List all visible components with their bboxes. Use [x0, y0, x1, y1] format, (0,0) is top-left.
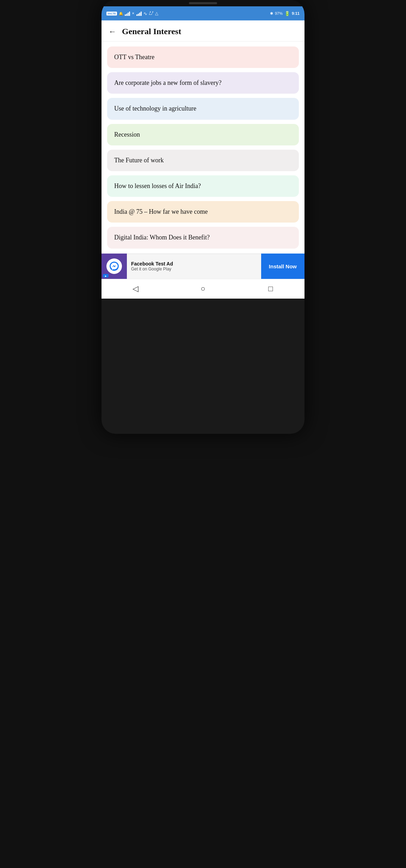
- status-left: VoLTE 🔔 ✕ ∿ ⌰ △: [106, 11, 270, 16]
- notification-icon: 🔔: [119, 12, 123, 15]
- ad-subtitle: Get it on Google Play: [131, 267, 257, 271]
- topic-card[interactable]: The Future of work: [107, 150, 299, 171]
- battery-icon: 🔋: [284, 11, 290, 16]
- topic-card[interactable]: Digital India: Whom Does it Benefit?: [107, 227, 299, 248]
- bottom-nav: ◁ ○ □: [102, 279, 304, 299]
- alert-icon: △: [155, 11, 158, 16]
- status-right: ✱ 97% 🔋 9:11: [270, 11, 300, 16]
- topic-card[interactable]: OTT vs Theatre: [107, 46, 299, 68]
- back-button[interactable]: ←: [109, 27, 116, 36]
- ad-title: Facebook Test Ad: [131, 261, 257, 267]
- topic-list: OTT vs TheatreAre corporate jobs a new f…: [102, 42, 304, 254]
- battery-percent: 97%: [275, 11, 283, 15]
- messenger-icon: [109, 261, 119, 271]
- ad-app-icon: [106, 258, 122, 274]
- page-title: General Interest: [122, 27, 181, 36]
- ad-icon-area: [102, 254, 127, 279]
- ad-text: Facebook Test Ad Get it on Google Play: [127, 261, 261, 271]
- ad-banner: Facebook Test Ad Get it on Google Play I…: [102, 254, 304, 279]
- notch-pill: [189, 2, 217, 4]
- nav-recent-button[interactable]: □: [260, 282, 281, 296]
- notch-bar: [102, 0, 304, 6]
- nav-home-button[interactable]: ○: [192, 282, 214, 296]
- app-header: ← General Interest: [102, 20, 304, 42]
- topic-card[interactable]: Use of technology in agriculture: [107, 98, 299, 119]
- signal-bars-2: [136, 11, 142, 16]
- phone-frame: VoLTE 🔔 ✕ ∿ ⌰ △ ✱ 97% 🔋: [102, 0, 304, 434]
- topic-card[interactable]: India @ 75 – How far we have come: [107, 201, 299, 223]
- usb-icon: ⌰: [149, 11, 153, 16]
- nav-back-button[interactable]: ◁: [125, 282, 146, 296]
- topic-card[interactable]: Are corporate jobs a new form of slavery…: [107, 72, 299, 94]
- signal-bars: [125, 11, 130, 16]
- bottom-bezel: [102, 299, 304, 305]
- topic-card[interactable]: Recession: [107, 124, 299, 145]
- install-now-button[interactable]: Install Now: [261, 254, 304, 279]
- bluetooth-icon: ✱: [270, 11, 273, 16]
- status-bar: VoLTE 🔔 ✕ ∿ ⌰ △ ✱ 97% 🔋: [102, 6, 304, 20]
- topic-card[interactable]: How to lessen losses of Air India?: [107, 175, 299, 197]
- wifi-icon: ∿: [143, 11, 147, 16]
- signal-x-icon: ✕: [132, 12, 135, 15]
- time-display: 9:11: [292, 11, 300, 15]
- volte-badge: VoLTE: [106, 12, 117, 15]
- google-play-badge: [103, 274, 109, 277]
